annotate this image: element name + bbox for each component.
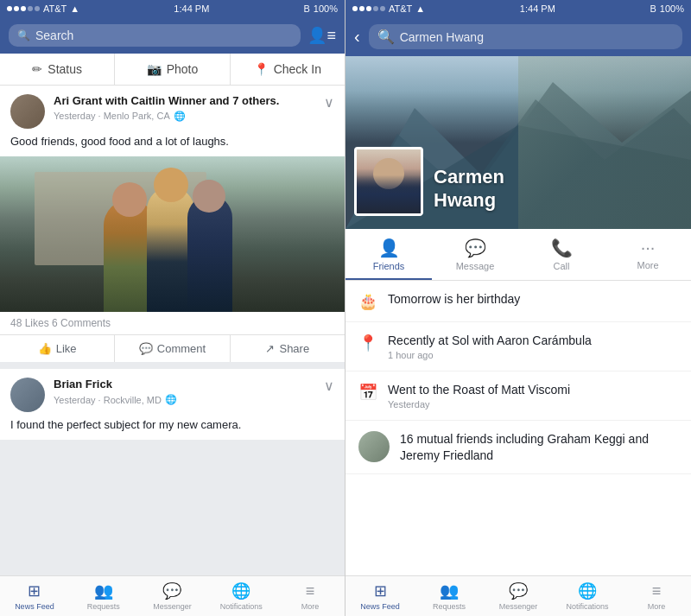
profile-action-call[interactable]: 📞 Call (518, 229, 605, 280)
more-icon-right: ≡ (652, 582, 662, 600)
profile-name-line2: Hwang (434, 189, 504, 212)
tab-requests-left[interactable]: 👥 Requests (69, 576, 138, 616)
more-action-label: More (637, 260, 658, 270)
photo-action-btn[interactable]: 📷 Photo (115, 54, 230, 85)
profile-search-bar[interactable]: 🔍 Carmen Hwang (369, 24, 682, 49)
signal-dot-r1 (352, 6, 358, 11)
signal-dot-r2 (359, 6, 365, 11)
post-comments-1: 6 Comments (52, 317, 111, 329)
requests-icon-right: 👥 (440, 581, 459, 600)
messenger-label-right: Messenger (499, 602, 538, 611)
tab-bar-right: ⊞ News Feed 👥 Requests 💬 Messenger 🌐 Not… (346, 575, 691, 616)
photo-label: Photo (167, 62, 199, 76)
notifications-icon-left: 🌐 (231, 581, 250, 600)
info-content-location: Recently at Sol with Aaron Carámbula 1 h… (388, 333, 678, 360)
left-phone: AT&T ▲ 1:44 PM B 100% 🔍 Search 👤≡ ✏ Stat… (0, 0, 346, 616)
tab-messenger-left[interactable]: 💬 Messenger (138, 576, 207, 616)
location-text: Recently at Sol with Aaron Carámbula (388, 333, 678, 348)
signal-dot-1 (7, 6, 12, 11)
globe-icon-2: 🌐 (165, 394, 177, 405)
info-item-birthday: 🎂 Tomorrow is her birthday (346, 281, 691, 322)
tab-bar-left: ⊞ News Feed 👥 Requests 💬 Messenger 🌐 Not… (0, 575, 345, 616)
news-feed-label-left: News Feed (15, 602, 54, 611)
tab-messenger-right[interactable]: 💬 Messenger (484, 576, 553, 616)
nav-bar-left: 🔍 Search 👤≡ (0, 17, 345, 54)
requests-label-right: Requests (433, 602, 466, 611)
wifi-icon-left: ▲ (70, 3, 79, 14)
photo-icon: 📷 (147, 62, 162, 76)
carrier-left: AT&T (43, 3, 67, 14)
post-header-2: Brian Frick Yesterday · Rockville, MD 🌐 … (0, 369, 345, 417)
search-icon-left: 🔍 (17, 29, 30, 41)
post-likes-1: 48 Likes (10, 317, 49, 329)
profile-search-text: Carmen Hwang (400, 30, 484, 44)
status-bar-right: AT&T ▲ 1:44 PM B 100% (346, 0, 691, 17)
news-feed-label-right: News Feed (360, 602, 400, 611)
share-btn-1[interactable]: ↗ Share (231, 335, 345, 362)
chevron-down-2[interactable]: ∨ (324, 378, 334, 394)
checkin-label: Check In (274, 62, 321, 76)
info-item-location: 📍 Recently at Sol with Aaron Carámbula 1… (346, 322, 691, 372)
message-action-label: Message (456, 261, 495, 271)
notifications-icon-right: 🌐 (578, 581, 597, 600)
nav-bar-right: ‹ 🔍 Carmen Hwang (346, 17, 691, 56)
signal-dot-r5 (380, 6, 385, 11)
people-icon-left[interactable]: 👤≡ (307, 26, 336, 45)
back-btn-right[interactable]: ‹ (354, 27, 360, 47)
info-item-mutual: 16 mutual friends including Graham Keggi… (346, 421, 691, 473)
more-label-right: More (648, 602, 666, 611)
profile-action-more[interactable]: ··· More (605, 229, 691, 280)
post-image-1 (0, 156, 345, 312)
feed-card-2: Brian Frick Yesterday · Rockville, MD 🌐 … (0, 369, 345, 440)
birthday-text: Tomorrow is her birthday (388, 291, 678, 307)
feed-scroll-left: Ari Grant with Caitlin Winner and 7 othe… (0, 86, 345, 575)
status-bar-right-left: B 100% (304, 3, 338, 14)
profile-action-friends[interactable]: 👤 Friends (346, 229, 432, 280)
post-time-1: Yesterday · Menlo Park, CA 🌐 (54, 111, 315, 122)
tab-more-left[interactable]: ≡ More (276, 576, 345, 616)
post-time-text-1: Yesterday · Menlo Park, CA (54, 111, 170, 121)
signal-dot-3 (21, 6, 26, 11)
signal-dot-r3 (366, 6, 371, 11)
signal-dot-r4 (373, 6, 378, 11)
action-bar-left: ✏ Status 📷 Photo 📍 Check In (0, 54, 345, 86)
share-icon-1: ↗ (265, 342, 275, 355)
tab-more-right[interactable]: ≡ More (622, 576, 691, 616)
profile-action-message[interactable]: 💬 Message (432, 229, 518, 280)
status-bar-left-info: AT&T ▲ (7, 3, 79, 14)
signal-dot-4 (28, 6, 33, 11)
checkin-action-btn[interactable]: 📍 Check In (231, 54, 345, 85)
info-scroll: 🎂 Tomorrow is her birthday 📍 Recently at… (346, 281, 691, 575)
messenger-icon-left: 💬 (162, 581, 181, 600)
like-btn-1[interactable]: 👍 Like (0, 335, 115, 362)
requests-icon-left: 👥 (94, 581, 113, 600)
post-author-2: Brian Frick (54, 378, 315, 392)
more-icon-left: ≡ (306, 582, 315, 600)
post-text-2: I found the perfect subject for my new c… (0, 417, 345, 440)
battery-left: 100% (314, 3, 338, 14)
tab-news-feed-left[interactable]: ⊞ News Feed (0, 576, 69, 616)
more-label-left: More (301, 602, 320, 611)
messenger-icon-right: 💬 (509, 581, 528, 600)
profile-info-overlay: Carmen Hwang (354, 147, 504, 216)
avatar-ari-grant (10, 94, 45, 129)
profile-actions: 👤 Friends 💬 Message 📞 Call ··· More (346, 229, 691, 281)
notifications-label-left: Notifications (220, 602, 263, 611)
right-phone: AT&T ▲ 1:44 PM B 100% ‹ 🔍 Carmen Hwang (346, 0, 691, 616)
event-subtext: Yesterday (388, 399, 678, 410)
comment-btn-1[interactable]: 💬 Comment (115, 335, 230, 362)
tab-requests-right[interactable]: 👥 Requests (415, 576, 484, 616)
location-icon: 📍 (358, 333, 377, 352)
event-text: Went to the Roast of Matt Viscomi (388, 382, 678, 397)
tab-notifications-right[interactable]: 🌐 Notifications (553, 576, 622, 616)
signal-dots (7, 6, 40, 11)
chevron-down-1[interactable]: ∨ (324, 94, 334, 111)
status-action-btn[interactable]: ✏ Status (0, 54, 115, 85)
event-icon: 📅 (358, 383, 377, 402)
status-label: Status (48, 62, 82, 76)
tab-notifications-left[interactable]: 🌐 Notifications (206, 576, 276, 616)
tab-news-feed-right[interactable]: ⊞ News Feed (346, 576, 415, 616)
mutual-text: 16 mutual friends including Graham Keggi… (400, 431, 678, 462)
profile-name-line1: Carmen (434, 166, 504, 188)
search-bar-left[interactable]: 🔍 Search (9, 24, 301, 47)
